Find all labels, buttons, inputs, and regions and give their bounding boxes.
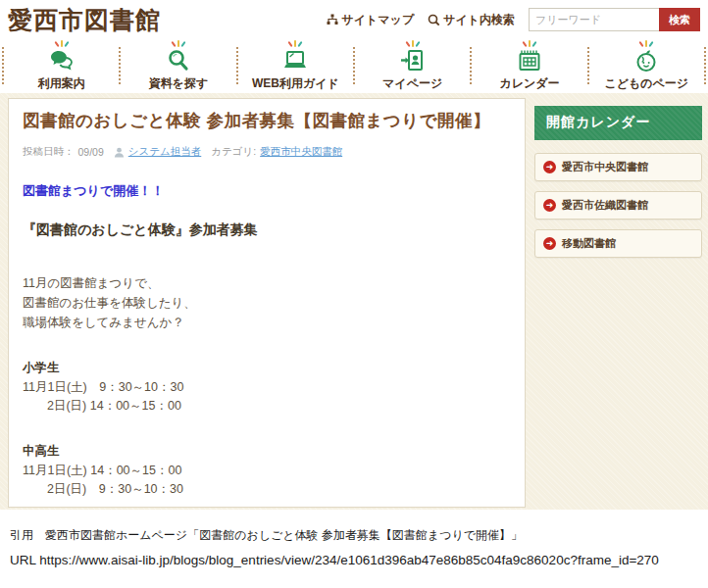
sparkle-decoration: [289, 40, 301, 47]
search-input[interactable]: [529, 8, 659, 31]
post-date-label: 投稿日時：: [23, 145, 75, 159]
event-highlight: 図書館まつりで開催！！: [23, 182, 511, 200]
category-link[interactable]: 愛西市中央図書館: [260, 145, 342, 159]
header: 愛西市図書館 サイトマップ サイト内検索 検索: [0, 0, 708, 37]
site-search-label-group: サイト内検索: [428, 12, 515, 28]
nav-divider: [704, 47, 706, 84]
search-button[interactable]: 検索: [659, 8, 700, 31]
sidebar-links: ➜ 愛西市中央図書館 ➜ 愛西市佐織図書館 ➜ 移動図書館: [534, 153, 702, 258]
citation-url: URL https://www.aisai-lib.jp/blogs/blog_…: [10, 553, 698, 567]
schedule-line: 11月1日(土) 14：00～15：00: [23, 462, 511, 480]
sidebar-link-label: 愛西市佐織図書館: [562, 198, 648, 213]
schedule-line: 2日(日) 14：00～15：00: [23, 397, 511, 416]
speech-bubbles-icon: [49, 48, 75, 74]
sparkle-decoration: [407, 40, 419, 47]
citation-footer: 引用 愛西市図書館ホームページ「図書館のおしごと体験 参加者募集【図書館まつりで…: [0, 510, 708, 567]
sidebar: 開館カレンダー ➜ 愛西市中央図書館 ➜ 愛西市佐織図書館 ➜ 移動図書館: [534, 98, 702, 510]
main-content-area: 図書館のおしごと体験 参加者募集【図書館まつりで開催】 投稿日時：09/09 シ…: [0, 93, 708, 510]
child-face-icon: [634, 48, 658, 74]
article-card: 図書館のおしごと体験 参加者募集【図書館まつりで開催】 投稿日時：09/09 シ…: [8, 98, 526, 508]
nav-label: 資料を探す: [149, 75, 209, 92]
sparkle-decoration: [56, 40, 68, 47]
schedule-section-elementary: 小学生 11月1日(土) 9：30～10：30 2日(日) 14：00～15：0…: [23, 360, 511, 416]
event-subtitle: 『図書館のおしごと体験』参加者募集: [23, 221, 511, 239]
citation-text: 引用 愛西市図書館ホームページ「図書館のおしごと体験 参加者募集【図書館まつりで…: [10, 527, 698, 544]
section-heading: 小学生: [23, 360, 511, 376]
article-meta: 投稿日時：09/09 システム担当者 カテゴリ:愛西市中央図書館: [23, 145, 511, 159]
intro-line: 図書館のお仕事を体験したり、: [23, 294, 511, 314]
nav-label: カレンダー: [499, 75, 559, 92]
intro-line: 11月の図書館まつりで、: [23, 274, 511, 294]
category-label: カテゴリ:: [211, 145, 256, 159]
main-nav: 利用案内 資料を探す WEB利用ガイド マイページ カレンダー: [0, 37, 708, 93]
nav-item-my-page[interactable]: マイページ: [355, 37, 470, 93]
nav-item-search-materials[interactable]: 資料を探す: [121, 37, 235, 93]
arrow-circle-icon: ➜: [543, 237, 556, 250]
site-search-box: 検索: [529, 8, 700, 31]
site-search-label: サイト内検索: [443, 12, 515, 28]
sidebar-link-label: 移動図書館: [562, 236, 616, 251]
person-icon: [114, 147, 125, 158]
arrow-circle-icon: ➜: [543, 199, 556, 212]
arrow-circle-icon: ➜: [543, 161, 556, 173]
search-icon: [428, 14, 440, 26]
page-title: 図書館のおしごと体験 参加者募集【図書館まつりで開催】: [23, 109, 511, 132]
login-door-icon: [400, 48, 426, 74]
schedule-section-teens: 中高生 11月1日(土) 14：00～15：00 2日(日) 9：30～10：3…: [23, 443, 511, 499]
sparkle-decoration: [524, 40, 535, 47]
schedule-line: 11月1日(土) 9：30～10：30: [23, 378, 511, 397]
sidebar-link-saori-library[interactable]: ➜ 愛西市佐織図書館: [534, 191, 702, 220]
nav-item-web-guide[interactable]: WEB利用ガイド: [238, 37, 353, 93]
sparkle-decoration: [640, 40, 652, 47]
nav-label: WEB利用ガイド: [252, 75, 339, 92]
sitemap-label: サイトマップ: [341, 12, 414, 28]
author-link[interactable]: システム担当者: [128, 145, 201, 159]
nav-item-kids-page[interactable]: こどものページ: [589, 37, 704, 93]
sitemap-icon: [327, 14, 338, 25]
schedule-line: 2日(日) 9：30～10：30: [23, 480, 511, 499]
site-title: 愛西市図書館: [8, 4, 161, 36]
magnifier-icon: [167, 48, 190, 74]
sidebar-link-central-library[interactable]: ➜ 愛西市中央図書館: [534, 153, 702, 181]
sidebar-link-mobile-library[interactable]: ➜ 移動図書館: [534, 229, 702, 258]
sidebar-link-label: 愛西市中央図書館: [562, 160, 648, 174]
intro-paragraph: 11月の図書館まつりで、 図書館のお仕事を体験したり、 職場体験をしてみませんか…: [23, 274, 511, 332]
sidebar-title: 開館カレンダー: [534, 106, 702, 140]
section-heading: 中高生: [23, 443, 511, 460]
intro-line: 職場体験をしてみませんか？: [23, 314, 511, 333]
header-right: サイトマップ サイト内検索 検索: [327, 8, 700, 31]
sparkle-decoration: [173, 40, 184, 47]
nav-label: 利用案内: [38, 75, 85, 92]
sitemap-link[interactable]: サイトマップ: [327, 12, 414, 28]
nav-label: マイページ: [382, 75, 442, 92]
calendar-icon: [518, 48, 541, 74]
nav-item-guide[interactable]: 利用案内: [4, 37, 119, 93]
nav-label: こどものページ: [604, 75, 688, 92]
post-date-value: 09/09: [78, 146, 104, 158]
laptop-icon: [282, 48, 308, 74]
nav-item-calendar[interactable]: カレンダー: [472, 37, 586, 93]
